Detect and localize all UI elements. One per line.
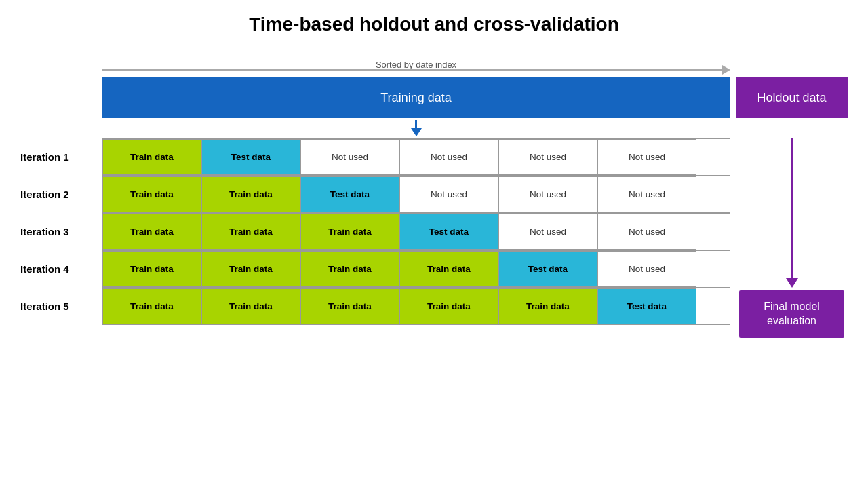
arrow-line bbox=[791, 138, 793, 278]
cell: Train data bbox=[399, 288, 498, 324]
cell: Not used bbox=[498, 139, 597, 175]
iteration-row-5: Iteration 5 Train data Train data Train … bbox=[20, 288, 730, 325]
iteration-row-2: Iteration 2 Train data Train data Test d… bbox=[20, 176, 730, 213]
cell: Train data bbox=[102, 139, 201, 175]
iter-4-cells: Train data Train data Train data Train d… bbox=[102, 250, 730, 288]
cell: Not used bbox=[498, 176, 597, 212]
iter-1-label: Iteration 1 bbox=[20, 151, 102, 163]
main-content: Iteration 1 Train data Test data Not use… bbox=[20, 138, 848, 338]
top-bars-row: Training data Holdout data bbox=[20, 77, 848, 118]
iter-3-label: Iteration 3 bbox=[20, 226, 102, 237]
holdout-bar: Holdout data bbox=[736, 77, 848, 118]
cell: Not used bbox=[498, 214, 597, 250]
iteration-row-4: Iteration 4 Train data Train data Train … bbox=[20, 250, 730, 288]
cell: Not used bbox=[597, 176, 696, 212]
cell: Not used bbox=[597, 214, 696, 250]
training-bar: Training data bbox=[102, 77, 730, 118]
page: Time-based holdout and cross-validation … bbox=[0, 0, 868, 483]
page-title: Time-based holdout and cross-validation bbox=[249, 14, 619, 35]
cell: Not used bbox=[399, 176, 498, 212]
down-arrow-row bbox=[20, 119, 848, 137]
cell: Train data bbox=[102, 176, 201, 212]
cell: Train data bbox=[201, 214, 300, 250]
cell: Train data bbox=[102, 214, 201, 250]
cell: Train data bbox=[102, 251, 201, 287]
iter-2-label: Iteration 2 bbox=[20, 189, 102, 200]
iteration-row-3: Iteration 3 Train data Train data Train … bbox=[20, 213, 730, 250]
cell: Train data bbox=[102, 288, 201, 324]
iter-3-cells: Train data Train data Train data Test da… bbox=[102, 213, 730, 250]
iter-2-cells: Train data Train data Test data Not used… bbox=[102, 176, 730, 213]
diagram: Sorted by date index Training data Holdo… bbox=[20, 56, 848, 338]
cell: Train data bbox=[399, 251, 498, 287]
right-col: Final model evaluation bbox=[736, 138, 848, 338]
down-arrow-container bbox=[102, 119, 730, 137]
cell: Train data bbox=[201, 176, 300, 212]
cell: Test data bbox=[399, 214, 498, 250]
cell: Train data bbox=[300, 214, 399, 250]
cell: Not used bbox=[597, 251, 696, 287]
iteration-row-1: Iteration 1 Train data Test data Not use… bbox=[20, 138, 730, 176]
date-arrow-container: Sorted by date index bbox=[102, 56, 730, 75]
cell: Test data bbox=[300, 176, 399, 212]
cell: Train data bbox=[498, 288, 597, 324]
cell: Train data bbox=[300, 288, 399, 324]
down-arrow bbox=[411, 120, 422, 136]
right-arrow bbox=[786, 138, 798, 288]
iter-5-cells: Train data Train data Train data Train d… bbox=[102, 288, 730, 325]
cell: Not used bbox=[300, 139, 399, 175]
cell: Not used bbox=[597, 139, 696, 175]
cell: Train data bbox=[201, 251, 300, 287]
iter-5-label: Iteration 5 bbox=[20, 301, 102, 312]
arrow-head bbox=[786, 278, 798, 288]
cell: Test data bbox=[498, 251, 597, 287]
cell: Test data bbox=[597, 288, 696, 324]
cell: Test data bbox=[201, 139, 300, 175]
iter-1-cells: Train data Test data Not used Not used N… bbox=[102, 138, 730, 176]
cell: Train data bbox=[300, 251, 399, 287]
final-model-box: Final model evaluation bbox=[739, 290, 844, 338]
cell: Train data bbox=[201, 288, 300, 324]
cell: Not used bbox=[399, 139, 498, 175]
horizontal-arrow bbox=[102, 65, 730, 75]
iterations-area: Iteration 1 Train data Test data Not use… bbox=[20, 138, 730, 325]
iter-4-label: Iteration 4 bbox=[20, 263, 102, 275]
